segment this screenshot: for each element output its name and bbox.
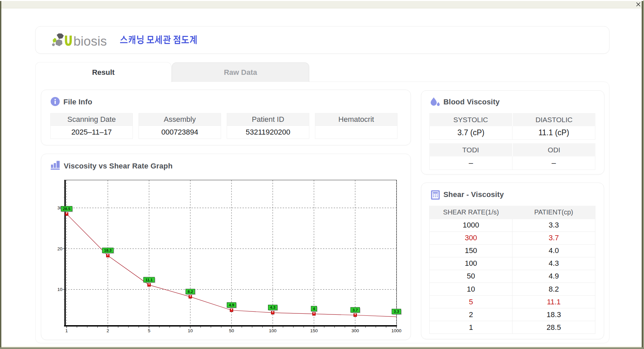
svg-text:50: 50: [229, 328, 234, 333]
svg-text:8.2: 8.2: [187, 290, 193, 294]
svg-text:150: 150: [310, 328, 318, 333]
svg-text:18.3: 18.3: [104, 248, 111, 252]
svg-text:11.1: 11.1: [146, 278, 153, 282]
svg-text:10: 10: [57, 287, 62, 292]
svg-text:4.9: 4.9: [229, 303, 234, 307]
svg-text:28.5: 28.5: [63, 207, 70, 211]
svg-text:5: 5: [148, 328, 151, 333]
svg-text:2: 2: [107, 328, 109, 333]
svg-text:3.3: 3.3: [394, 309, 399, 313]
svg-text:biosis: biosis: [73, 34, 107, 48]
svg-text:4.3: 4.3: [270, 305, 275, 309]
svg-text:4: 4: [313, 307, 315, 311]
svg-text:1: 1: [65, 328, 68, 333]
svg-text:300: 300: [352, 328, 359, 333]
svg-text:100: 100: [269, 328, 277, 333]
svg-text:1000: 1000: [391, 328, 401, 333]
svg-text:10: 10: [188, 328, 193, 333]
svg-text:3.7: 3.7: [353, 308, 358, 312]
svg-text:20: 20: [57, 246, 62, 251]
